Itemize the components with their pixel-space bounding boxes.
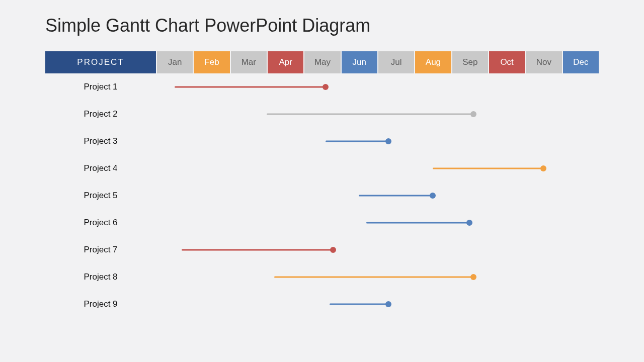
month-label: Apr bbox=[279, 57, 292, 67]
task-track bbox=[156, 209, 599, 236]
task-bar bbox=[274, 277, 473, 278]
page-title: Simple Gantt Chart PowerPoint Diagram bbox=[45, 15, 599, 36]
month-cell-jan: Jan bbox=[157, 51, 193, 73]
month-cell-apr: Apr bbox=[268, 51, 303, 73]
month-label: Aug bbox=[426, 57, 441, 67]
gantt-row: Project 3 bbox=[45, 128, 599, 155]
task-bar bbox=[182, 249, 333, 251]
task-bar bbox=[366, 222, 469, 224]
task-label: Project 8 bbox=[45, 272, 156, 282]
gantt-row: Project 2 bbox=[45, 101, 599, 128]
month-label: Jul bbox=[391, 57, 402, 67]
month-cell-mar: Mar bbox=[231, 51, 267, 73]
gantt-row: Project 1 bbox=[45, 73, 599, 101]
gantt-row: Project 8 bbox=[45, 263, 599, 291]
month-label: May bbox=[314, 57, 331, 67]
task-track bbox=[156, 101, 599, 128]
month-label: Dec bbox=[573, 57, 588, 67]
month-cell-nov: Nov bbox=[526, 51, 561, 73]
task-end-dot bbox=[466, 220, 472, 226]
task-track bbox=[156, 155, 599, 182]
month-cell-jun: Jun bbox=[342, 51, 377, 73]
month-cell-oct: Oct bbox=[489, 51, 525, 73]
task-bar bbox=[326, 141, 388, 142]
gantt-row: Project 7 bbox=[45, 236, 599, 263]
task-label: Project 5 bbox=[45, 191, 156, 201]
gantt-body: Project 1Project 2Project 3Project 4Proj… bbox=[45, 73, 599, 318]
gantt-row: Project 5 bbox=[45, 182, 599, 209]
month-label: Sep bbox=[462, 57, 477, 67]
task-end-dot bbox=[385, 301, 391, 307]
month-cell-feb: Feb bbox=[194, 51, 229, 73]
task-label: Project 7 bbox=[45, 245, 156, 255]
month-label: Feb bbox=[204, 57, 219, 67]
month-cell-dec: Dec bbox=[563, 51, 599, 73]
task-label: Project 3 bbox=[45, 136, 156, 146]
task-bar bbox=[267, 114, 473, 115]
task-track bbox=[156, 73, 599, 101]
task-track bbox=[156, 291, 599, 318]
task-label: Project 2 bbox=[45, 109, 156, 119]
task-end-dot bbox=[330, 247, 336, 253]
month-cell-aug: Aug bbox=[415, 51, 451, 73]
month-label: Mar bbox=[242, 57, 256, 67]
task-track bbox=[156, 182, 599, 209]
task-end-dot bbox=[323, 84, 329, 90]
task-label: Project 9 bbox=[45, 299, 156, 309]
task-end-dot bbox=[385, 138, 391, 144]
task-end-dot bbox=[430, 193, 436, 199]
task-track bbox=[156, 236, 599, 263]
task-bar bbox=[175, 86, 326, 88]
task-bar bbox=[359, 195, 433, 197]
gantt-row: Project 9 bbox=[45, 291, 599, 318]
task-end-dot bbox=[470, 111, 476, 117]
task-bar bbox=[433, 168, 543, 169]
month-label: Nov bbox=[536, 57, 551, 67]
task-label: Project 6 bbox=[45, 218, 156, 228]
month-cell-jul: Jul bbox=[378, 51, 414, 73]
gantt-row: Project 4 bbox=[45, 155, 599, 182]
task-track bbox=[156, 263, 599, 291]
month-label: Jan bbox=[168, 57, 182, 67]
gantt-row: Project 6 bbox=[45, 209, 599, 236]
months-container: JanFebMarAprMayJunJulAugSepOctNovDec bbox=[157, 51, 599, 73]
month-label: Oct bbox=[500, 57, 513, 67]
task-label: Project 4 bbox=[45, 163, 156, 173]
task-label: Project 1 bbox=[45, 82, 156, 92]
task-track bbox=[156, 128, 599, 155]
task-bar bbox=[330, 304, 388, 305]
month-label: Jun bbox=[353, 57, 366, 67]
task-end-dot bbox=[470, 274, 476, 280]
task-end-dot bbox=[540, 165, 546, 171]
month-cell-sep: Sep bbox=[452, 51, 488, 73]
gantt-header-row: PROJECT JanFebMarAprMayJunJulAugSepOctNo… bbox=[45, 51, 599, 73]
gantt-chart: PROJECT JanFebMarAprMayJunJulAugSepOctNo… bbox=[45, 51, 599, 318]
month-cell-may: May bbox=[304, 51, 340, 73]
project-header-cell: PROJECT bbox=[45, 51, 156, 73]
